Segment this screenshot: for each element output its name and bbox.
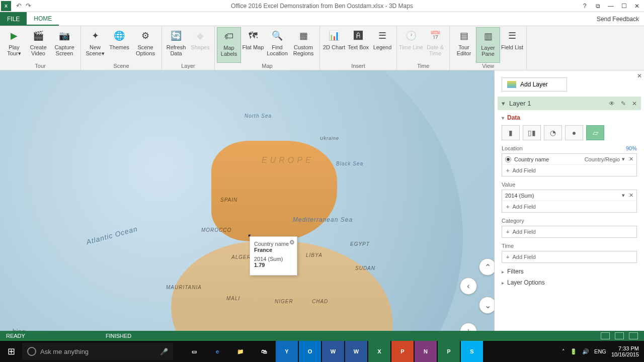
scene-options-button[interactable]: ⚙Scene Options xyxy=(131,27,159,63)
map-canvas[interactable]: EUROPE North Sea Black Sea Mediterranean… xyxy=(0,70,494,341)
language-indicator[interactable]: ENG xyxy=(594,348,606,354)
filters-section-header[interactable]: ▸Filters xyxy=(502,268,637,275)
refresh-data-button[interactable]: 🔄Refresh Data xyxy=(164,27,188,63)
outlook-icon[interactable]: O xyxy=(299,341,321,362)
play-icon: ▶ xyxy=(7,29,21,43)
close-icon[interactable]: ✕ xyxy=(633,3,641,10)
yammer-icon[interactable]: Y xyxy=(276,341,298,362)
tooltip-gear-icon[interactable]: ⚙ xyxy=(289,239,295,246)
onenote-icon[interactable]: N xyxy=(415,341,437,362)
layer-visibility-icon[interactable]: 👁 xyxy=(609,100,615,107)
volume-icon[interactable]: 🔊 xyxy=(582,348,589,355)
task-view-icon[interactable]: ▭ xyxy=(183,341,205,362)
minimize-icon[interactable]: — xyxy=(607,3,615,10)
themes-button[interactable]: 🌐Themes xyxy=(107,27,131,63)
edge-icon[interactable]: e xyxy=(206,341,228,362)
status-view3-icon[interactable] xyxy=(629,332,638,339)
publisher-icon[interactable]: P xyxy=(438,341,460,362)
data-tooltip: ⚙ Country name France 2014 (Sum) 1.79 xyxy=(250,236,297,276)
add-layer-button[interactable]: Add Layer xyxy=(502,77,567,92)
value-remove-icon[interactable]: ✕ xyxy=(629,192,633,199)
time-add-field[interactable]: +Add Field xyxy=(502,251,636,262)
location-remove-icon[interactable]: ✕ xyxy=(629,156,633,162)
field-list-button[interactable]: ☰Field List xyxy=(500,27,524,63)
location-type-dropdown[interactable]: ▾ xyxy=(622,156,625,162)
tray-up-icon[interactable]: ˄ xyxy=(562,348,565,355)
new-scene-button[interactable]: ✦New Scene▾ xyxy=(83,27,107,63)
status-view1-icon[interactable] xyxy=(601,332,610,339)
group-layer-label: Layer xyxy=(164,63,212,70)
play-tour-button[interactable]: ▶Play Tour▾ xyxy=(2,27,26,63)
layer-header[interactable]: ▾ Layer 1 👁 ✎ ✕ xyxy=(498,97,641,110)
viz-region-button[interactable]: ▱ xyxy=(586,125,604,140)
store-icon[interactable]: 🛍 xyxy=(253,341,275,362)
label-libya: LIBYA xyxy=(306,252,323,258)
start-button[interactable]: ⊞ xyxy=(0,341,22,362)
location-field-row[interactable]: Country name Country/Regio ▾ ✕ xyxy=(502,154,636,165)
cortana-search[interactable]: Ask me anything 🎤 xyxy=(22,343,173,360)
layer-pane-button[interactable]: ▥Layer Pane xyxy=(476,27,500,63)
maximize-icon[interactable]: ☐ xyxy=(620,3,628,10)
layer-rename-icon[interactable]: ✎ xyxy=(621,100,626,107)
status-view2-icon[interactable] xyxy=(615,332,624,339)
location-confidence[interactable]: 90% xyxy=(626,145,637,151)
tour-editor-button[interactable]: ▤Tour Editor xyxy=(452,27,476,63)
layer-delete-icon[interactable]: ✕ xyxy=(632,100,637,107)
value-field-row[interactable]: 2014 (Sum) ▾ ✕ xyxy=(502,190,636,201)
chart-icon: 📊 xyxy=(327,29,341,43)
capture-screen-button[interactable]: 📷Capture Screen xyxy=(50,27,78,63)
explorer-icon[interactable]: 📁 xyxy=(229,341,252,362)
powerpoint-icon[interactable]: P xyxy=(391,341,414,362)
plus-icon: + xyxy=(506,229,509,235)
viz-bubble-button[interactable]: ◔ xyxy=(544,125,562,140)
list-icon: ☰ xyxy=(505,29,519,43)
text-box-button[interactable]: 🅰Text Box xyxy=(346,27,370,63)
word-icon[interactable]: W xyxy=(322,341,344,362)
skype-icon[interactable]: S xyxy=(461,341,483,362)
mic-icon[interactable]: 🎤 xyxy=(160,348,168,355)
word2-icon[interactable]: W xyxy=(345,341,367,362)
time-line-button: 🕐Time Line xyxy=(399,27,423,63)
excel-icon[interactable]: X xyxy=(368,341,390,362)
send-feedback-link[interactable]: Send Feedback xyxy=(592,12,644,26)
category-add-field[interactable]: +Add Field xyxy=(502,226,636,237)
value-dropdown[interactable]: ▾ xyxy=(622,192,625,199)
video-icon: 🎬 xyxy=(31,29,45,43)
restore-icon[interactable]: ⧉ xyxy=(594,3,602,10)
location-label: Location90% xyxy=(502,145,637,151)
viz-heat-button[interactable]: ● xyxy=(565,125,583,140)
tab-home[interactable]: HOME xyxy=(27,12,59,26)
main-area: EUROPE North Sea Black Sea Mediterranean… xyxy=(0,70,644,341)
tab-file[interactable]: FILE xyxy=(0,12,27,26)
data-section-header[interactable]: ▾Data xyxy=(502,114,637,121)
clock[interactable]: 7:33 PM 10/16/2015 xyxy=(611,345,639,357)
location-add-field[interactable]: +Add Field xyxy=(502,165,636,176)
map-labels-button[interactable]: 🏷Map Labels xyxy=(217,27,241,63)
redo-icon[interactable]: ↷ xyxy=(26,2,31,10)
taskbar-apps: ▭ e 📁 🛍 Y O W W X P N P S xyxy=(183,341,483,362)
legend-button[interactable]: ☰Legend xyxy=(370,27,394,63)
flat-map-button[interactable]: 🗺Flat Map xyxy=(241,27,265,63)
custom-regions-button[interactable]: ▦Custom Regions xyxy=(289,27,317,63)
layer-options-section-header[interactable]: ▸Layer Options xyxy=(502,279,637,286)
battery-icon[interactable]: 🔋 xyxy=(570,348,577,355)
collapse-layer-icon[interactable]: ▾ xyxy=(502,100,505,107)
tilt-down-button[interactable]: ⌄ xyxy=(479,297,494,314)
value-add-field[interactable]: +Add Field xyxy=(502,201,636,212)
system-tray: ˄ 🔋 🔊 ENG 7:33 PM 10/16/2015 xyxy=(562,345,644,357)
date-time-button: 📅Date & Time xyxy=(423,27,447,63)
close-pane-icon[interactable]: ✕ xyxy=(637,72,642,79)
regions-icon: ▦ xyxy=(296,29,310,43)
help-icon[interactable]: ? xyxy=(581,3,589,10)
viz-clustered-button[interactable]: ▯▮ xyxy=(523,125,541,140)
tilt-up-button[interactable]: ⌃ xyxy=(479,258,494,276)
viz-stacked-button[interactable]: ▮ xyxy=(502,125,520,140)
find-location-button[interactable]: 🔍Find Location xyxy=(265,27,289,63)
2d-chart-button[interactable]: 📊2D Chart xyxy=(322,27,346,63)
undo-icon[interactable]: ↶ xyxy=(16,2,22,10)
create-video-button[interactable]: 🎬Create Video xyxy=(26,27,50,63)
radio-on-icon[interactable] xyxy=(505,156,511,162)
label-mali: MALI xyxy=(226,296,240,301)
rotate-left-button[interactable]: ‹ xyxy=(460,278,477,295)
ribbon: ▶Play Tour▾ 🎬Create Video 📷Capture Scree… xyxy=(0,26,644,70)
